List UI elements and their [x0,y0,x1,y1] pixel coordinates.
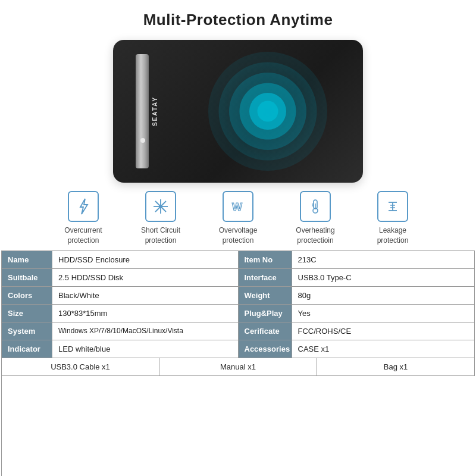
interface-value: USB3.0 Type-C [292,269,475,286]
specs-right-4: Plug&Play Yes [239,305,475,322]
accessories-label: Accessories [239,340,292,358]
svg-point-5 [159,205,162,208]
size-value: 130*83*15mm [52,305,239,322]
leakage-label: Leakageprotection [377,226,409,246]
specs-right-3: Weight 80g [239,287,475,304]
specs-row-6: Indicator LED white/blue Accessories CAS… [2,340,475,358]
name-value: HDD/SSD Enclosure [52,251,239,268]
specs-left-3: Colors Black/White [2,287,239,304]
specs-right-2: Interface USB3.0 Type-C [239,269,475,286]
specs-left-2: Suitbale 2.5 HDD/SSD Disk [2,269,239,286]
specs-row-1: Name HDD/SSD Enclosure Item No 213C [2,251,475,269]
protection-item-overheating: Overheatingproctectioin [277,191,354,246]
specs-row-5: System Windows XP/7/8/10/MacOS/Linux/Vis… [2,322,475,340]
snowflake-icon [152,198,170,215]
system-label: System [2,322,52,340]
svg-marker-0 [80,199,87,214]
cerificate-value: FCC/ROHS/CE [292,322,475,340]
protection-item-overcurrent: Overcurrentprotection [45,191,122,246]
specs-left-1: Name HDD/SSD Enclosure [2,251,239,268]
itemno-value: 213C [292,251,475,268]
system-value: Windows XP/7/8/10/MacOS/Linux/Vista [52,322,239,340]
shortcircuit-icon-box [145,191,176,222]
svg-text:W: W [232,201,242,213]
colors-value: Black/White [52,287,239,304]
specs-right-6: Accessories CASE x1 [239,340,475,358]
cerificate-label: Cerificate [239,322,292,340]
overheating-label: Overheatingproctectioin [296,226,334,246]
indicator-value: LED white/blue [52,340,239,358]
w-icon: W [229,198,247,215]
protection-item-overvoltage: W Overvoltageprotection [199,191,277,246]
specs-row-bottom: USB3.0 Cable x1 Manual x1 Bag x1 [2,358,475,376]
indicator-label: Indicator [2,340,52,358]
page-wrapper: Mulit-Protection Anytime SEATAY [0,0,476,476]
side-strip [136,54,149,168]
interface-label: Interface [239,269,292,286]
shortcircuit-label: Short Circuitprotection [141,226,180,246]
overvoltage-icon-box: W [223,191,253,222]
leakage-icon-box [377,191,408,222]
overheating-icon-box [300,191,331,222]
suitbale-value: 2.5 HDD/SSD Disk [52,269,239,286]
overvoltage-label: Overvoltageprotection [219,226,258,246]
specs-row-4: Size 130*83*15mm Plug&Play Yes [2,305,475,322]
specs-left-4: Size 130*83*15mm [2,305,239,322]
leakage-lines-icon [384,198,402,215]
size-label: Size [2,305,52,322]
thermometer-icon [306,198,324,215]
name-label: Name [2,251,52,268]
itemno-label: Item No [239,251,292,268]
colors-label: Colors [2,287,52,304]
specs-table: Name HDD/SSD Enclosure Item No 213C Suit… [1,250,475,476]
specs-left-6: Indicator LED white/blue [2,340,239,358]
protection-section: Overcurrentprotection Short Circuitprote… [0,185,476,250]
brand-label: SEATAY [152,96,158,126]
bolt-icon [74,198,92,215]
bottom-usb: USB3.0 Cable x1 [2,358,159,375]
sonar-graphic [208,52,327,171]
bottom-bag: Bag x1 [317,358,475,375]
image-section: SEATAY [0,35,476,185]
weight-label: Weight [239,287,292,304]
specs-left-5: System Windows XP/7/8/10/MacOS/Linux/Vis… [2,322,239,340]
specs-row-2: Suitbale 2.5 HDD/SSD Disk Interface USB3… [2,269,475,287]
suitbale-label: Suitbale [2,269,52,286]
specs-row-3: Colors Black/White Weight 80g [2,287,475,305]
weight-value: 80g [292,287,475,304]
page-title: Mulit-Protection Anytime [0,0,476,35]
overcurrent-icon-box [68,191,99,222]
overcurrent-label: Overcurrentprotection [64,226,102,246]
product-image: SEATAY [113,40,363,183]
led-indicator [140,138,145,143]
plugplay-value: Yes [292,305,475,322]
bottom-manual: Manual x1 [159,358,317,375]
plugplay-label: Plug&Play [239,305,292,322]
specs-right-1: Item No 213C [239,251,475,268]
protection-item-shortcircuit: Short Circuitprotection [122,191,199,246]
protection-item-leakage: Leakageprotection [354,191,431,246]
specs-right-5: Cerificate FCC/ROHS/CE [239,322,475,340]
accessories-value: CASE x1 [292,340,475,358]
sonar-ring-6 [258,101,278,122]
